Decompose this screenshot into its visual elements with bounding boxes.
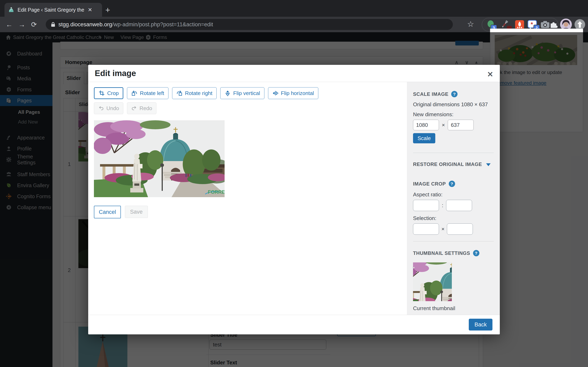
aspect-ratio-label: Aspect ratio:	[413, 192, 494, 198]
url-path: /wp-admin/post.php?post=11&action=edit	[112, 21, 213, 28]
back-icon[interactable]: ←	[6, 21, 13, 29]
flip-vertical-icon	[225, 90, 231, 96]
crop-button[interactable]: Crop	[94, 87, 123, 99]
address-bar[interactable]: stgg.diocesanweb.org /wp-admin/post.php?…	[46, 19, 453, 30]
back-button[interactable]: Back	[469, 319, 493, 331]
rotate-right-icon	[176, 90, 182, 96]
puzzle-extensions-icon[interactable]	[549, 20, 558, 29]
modal-sidebar: SCALE IMAGE ? Original dimensions 1080 ×…	[407, 82, 500, 315]
redo-icon	[131, 105, 137, 111]
tab-title: Edit Page ‹ Saint Gregory the G	[17, 7, 85, 13]
modal-title: Edit image	[95, 69, 136, 78]
help-icon[interactable]: ?	[449, 181, 455, 187]
chevron-down-icon	[486, 163, 491, 168]
selection-width-input[interactable]	[413, 224, 439, 235]
reload-icon[interactable]: ⟳	[31, 20, 37, 29]
browser-tab-strip: Edit Page ‹ Saint Gregory the G ✕ +	[0, 0, 588, 17]
current-thumbnail-label: Current thumbnail	[413, 305, 494, 312]
forward-icon[interactable]: →	[18, 21, 25, 29]
modal-footer: Back	[88, 315, 500, 334]
selection-height-input[interactable]	[447, 224, 473, 235]
lock-icon	[51, 22, 56, 27]
scale-height-input[interactable]	[448, 120, 474, 130]
scale-image-heading: SCALE IMAGE ?	[413, 91, 494, 97]
scale-button[interactable]: Scale	[413, 133, 435, 143]
rotate-left-button[interactable]: Rotate left	[127, 87, 168, 99]
new-tab-button[interactable]: +	[105, 7, 110, 13]
editor-pane: Crop Rotate left Rotate right Flip verti…	[88, 82, 407, 315]
rotate-left-icon	[131, 90, 138, 96]
modal-header: Edit image ✕	[88, 65, 500, 82]
edit-image-modal: Edit image ✕ Crop Rotate left Rotate rig…	[88, 65, 500, 334]
image-crop-heading: IMAGE CROP ?	[413, 181, 494, 187]
original-dimensions: Original dimensions 1080 × 637	[413, 101, 494, 108]
save-button[interactable]: Save	[125, 206, 148, 218]
selection-separator: ×	[441, 226, 444, 232]
browser-tab[interactable]: Edit Page ‹ Saint Gregory the G ✕	[4, 3, 102, 17]
new-dimensions-label: New dimensions:	[413, 111, 494, 118]
tab-close-icon[interactable]: ✕	[88, 7, 92, 13]
aspect-ratio-y-input[interactable]	[446, 200, 472, 211]
flip-vertical-button[interactable]: Flip vertical	[220, 87, 264, 99]
undo-icon	[98, 105, 104, 111]
scale-width-input[interactable]	[413, 120, 439, 130]
flip-horizontal-button[interactable]: Flip horizontal	[268, 87, 318, 99]
bookmark-star-icon[interactable]: ☆	[467, 20, 474, 29]
aspect-ratio-x-input[interactable]	[413, 200, 439, 211]
current-thumbnail-image	[413, 262, 452, 301]
help-icon[interactable]: ?	[473, 250, 479, 256]
help-icon[interactable]: ?	[451, 91, 458, 97]
svg-text:*: *	[531, 21, 533, 27]
site-favicon	[8, 7, 14, 13]
flip-horizontal-icon	[272, 90, 278, 96]
url-domain: stgg.diocesanweb.org	[58, 21, 112, 28]
crop-icon	[99, 90, 105, 96]
camera-extension-icon[interactable]	[540, 20, 550, 29]
rotate-right-button[interactable]: Rotate right	[172, 87, 217, 99]
undo-button[interactable]: Undo	[94, 102, 123, 114]
close-icon[interactable]: ✕	[486, 69, 494, 80]
restore-original-heading[interactable]: RESTORE ORIGINAL IMAGE	[413, 161, 494, 167]
selection-label: Selection:	[413, 215, 494, 221]
dimensions-times: ×	[442, 122, 445, 128]
thumbnail-settings-heading: THUMBNAIL SETTINGS ?	[413, 250, 494, 256]
cancel-button[interactable]: Cancel	[94, 206, 121, 218]
redo-button[interactable]: Redo	[127, 102, 156, 114]
image-preview[interactable]	[94, 120, 225, 197]
ratio-separator: :	[442, 202, 443, 209]
flame-extension-icon[interactable]	[515, 20, 525, 30]
